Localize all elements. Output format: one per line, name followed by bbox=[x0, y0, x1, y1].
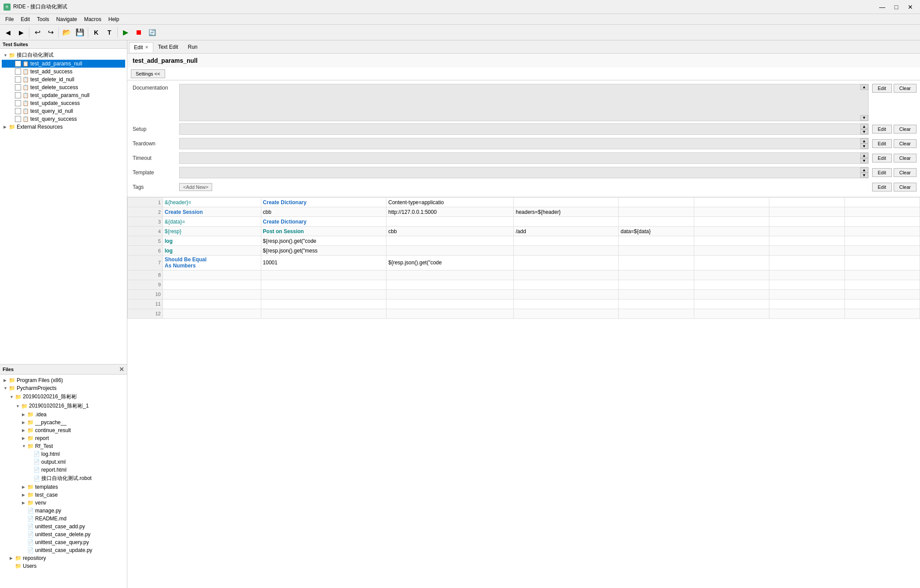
menu-macros[interactable]: Macros bbox=[80, 15, 105, 23]
doc-scroll-up[interactable]: ▲ bbox=[860, 84, 868, 90]
grid-cell[interactable] bbox=[619, 289, 694, 299]
grid-cell[interactable] bbox=[694, 309, 769, 318]
check-box[interactable] bbox=[15, 84, 21, 90]
file-item-21[interactable]: 📄unittest_case_update.py bbox=[2, 546, 125, 554]
grid-cell[interactable] bbox=[769, 227, 844, 236]
grid-cell[interactable] bbox=[769, 270, 844, 280]
grid-cell[interactable] bbox=[386, 217, 514, 227]
grid-cell[interactable] bbox=[514, 289, 619, 299]
tags-clear-btn[interactable]: Clear bbox=[894, 183, 916, 191]
grid-cell[interactable] bbox=[163, 299, 261, 309]
grid-cell[interactable] bbox=[844, 198, 920, 207]
file-item-12[interactable]: 📄接口自动化测试.robot bbox=[2, 474, 125, 483]
grid-cell[interactable] bbox=[844, 299, 920, 309]
timeout-clear-btn[interactable]: Clear bbox=[894, 154, 916, 162]
file-item-15[interactable]: ▶📁venv bbox=[2, 499, 125, 507]
teardown-input[interactable]: ▲ ▼ bbox=[179, 138, 869, 149]
grid-cell[interactable]: ${resp} bbox=[163, 227, 261, 236]
template-scroll-up[interactable]: ▲ bbox=[860, 167, 868, 173]
file-item-2[interactable]: ▼📁201901020216_陈彬彬 bbox=[2, 392, 125, 401]
table-row[interactable]: 5log${resp.json().get("code bbox=[128, 236, 920, 246]
template-edit-btn[interactable]: Edit bbox=[872, 168, 892, 177]
teardown-edit-btn[interactable]: Edit bbox=[872, 139, 892, 148]
grid-cell[interactable] bbox=[694, 236, 769, 246]
grid-cell[interactable] bbox=[619, 280, 694, 289]
grid-cell[interactable] bbox=[769, 280, 844, 289]
grid-cell[interactable] bbox=[514, 217, 619, 227]
grid-cell[interactable] bbox=[694, 207, 769, 217]
file-item-8[interactable]: ▼📁Rf_Test bbox=[2, 442, 125, 450]
tab-text-edit[interactable]: Text Edit bbox=[153, 42, 183, 52]
grid-cell[interactable]: cbb bbox=[261, 207, 386, 217]
grid-cell[interactable] bbox=[769, 207, 844, 217]
menu-navigate[interactable]: Navigate bbox=[53, 15, 80, 23]
menu-file[interactable]: File bbox=[2, 15, 17, 23]
toolbar-back-btn[interactable]: ◀ bbox=[2, 26, 14, 39]
grid-cell[interactable]: log bbox=[163, 246, 261, 256]
timeout-scroll-up[interactable]: ▲ bbox=[860, 153, 868, 158]
teardown-scroll-up[interactable]: ▲ bbox=[860, 138, 868, 144]
grid-cell[interactable] bbox=[163, 270, 261, 280]
test-suite-item-4[interactable]: 📋test_delete_success bbox=[2, 83, 125, 91]
grid-cell[interactable] bbox=[694, 246, 769, 256]
menu-help[interactable]: Help bbox=[105, 15, 123, 23]
file-item-5[interactable]: ▶📁__pycache__ bbox=[2, 418, 125, 426]
grid-cell[interactable] bbox=[514, 236, 619, 246]
grid-cell[interactable] bbox=[163, 289, 261, 299]
toolbar-open-btn[interactable]: 📂 bbox=[61, 26, 73, 39]
grid-cell[interactable] bbox=[619, 236, 694, 246]
check-box[interactable] bbox=[15, 100, 21, 106]
grid-cell[interactable] bbox=[386, 280, 514, 289]
grid-cell[interactable] bbox=[844, 207, 920, 217]
grid-cell[interactable] bbox=[769, 289, 844, 299]
test-suite-item-2[interactable]: 📋test_add_success bbox=[2, 68, 125, 76]
grid-cell[interactable] bbox=[619, 256, 694, 271]
setup-clear-btn[interactable]: Clear bbox=[894, 125, 916, 133]
minimize-button[interactable]: — bbox=[876, 3, 888, 11]
file-item-11[interactable]: 📄report.html bbox=[2, 466, 125, 474]
file-item-9[interactable]: 📄log.html bbox=[2, 450, 125, 458]
grid-cell[interactable] bbox=[844, 289, 920, 299]
grid-cell[interactable] bbox=[386, 270, 514, 280]
test-suite-item-9[interactable]: ▶📁External Resources bbox=[2, 123, 125, 131]
grid-cell[interactable] bbox=[514, 309, 619, 318]
grid-cell[interactable] bbox=[844, 280, 920, 289]
grid-cell[interactable] bbox=[844, 309, 920, 318]
check-box[interactable] bbox=[15, 92, 21, 98]
grid-cell[interactable]: headers=${header} bbox=[514, 207, 619, 217]
table-row[interactable]: 12 bbox=[128, 309, 920, 318]
file-item-22[interactable]: ▶📁repository bbox=[2, 554, 125, 562]
file-item-4[interactable]: ▶📁.idea bbox=[2, 411, 125, 418]
file-item-20[interactable]: 📄unittest_case_query.py bbox=[2, 538, 125, 546]
grid-cell[interactable]: Create Dictionary bbox=[261, 217, 386, 227]
doc-scroll-down[interactable]: ▼ bbox=[860, 115, 868, 121]
grid-cell[interactable] bbox=[619, 299, 694, 309]
grid-cell[interactable]: ${resp.json().get("code bbox=[386, 256, 514, 271]
grid-cell[interactable] bbox=[694, 217, 769, 227]
test-suite-item-7[interactable]: 📋test_query_id_null bbox=[2, 107, 125, 115]
menu-tools[interactable]: Tools bbox=[33, 15, 53, 23]
toolbar-t-btn[interactable]: T bbox=[103, 26, 115, 39]
file-item-14[interactable]: ▶📁test_case bbox=[2, 491, 125, 499]
grid-cell[interactable] bbox=[514, 299, 619, 309]
grid-cell[interactable] bbox=[261, 309, 386, 318]
file-item-17[interactable]: 📄README.md bbox=[2, 515, 125, 523]
grid-cell[interactable]: data=${data} bbox=[619, 227, 694, 236]
files-close-btn[interactable]: ✕ bbox=[119, 366, 124, 373]
test-suite-item-1[interactable]: 📋test_add_params_null bbox=[2, 60, 125, 68]
grid-cell[interactable]: &{header}= bbox=[163, 198, 261, 207]
grid-cell[interactable]: Should Be Equal As Numbers bbox=[163, 256, 261, 271]
file-item-6[interactable]: ▶📁continue_result bbox=[2, 426, 125, 434]
tab-edit[interactable]: Edit ✕ bbox=[129, 42, 153, 52]
test-suite-item-6[interactable]: 📋test_update_success bbox=[2, 99, 125, 107]
documentation-clear-btn[interactable]: Clear bbox=[894, 84, 916, 93]
grid-cell[interactable] bbox=[514, 246, 619, 256]
settings-toggle-btn[interactable]: Settings << bbox=[131, 69, 165, 78]
test-suite-item-0[interactable]: ▼📁接口自动化测试 bbox=[2, 51, 125, 60]
grid-cell[interactable] bbox=[694, 280, 769, 289]
grid-cell[interactable] bbox=[386, 309, 514, 318]
grid-cell[interactable] bbox=[844, 246, 920, 256]
setup-input[interactable]: ▲ ▼ bbox=[179, 123, 869, 135]
grid-cell[interactable] bbox=[514, 256, 619, 271]
check-box[interactable] bbox=[15, 76, 21, 83]
